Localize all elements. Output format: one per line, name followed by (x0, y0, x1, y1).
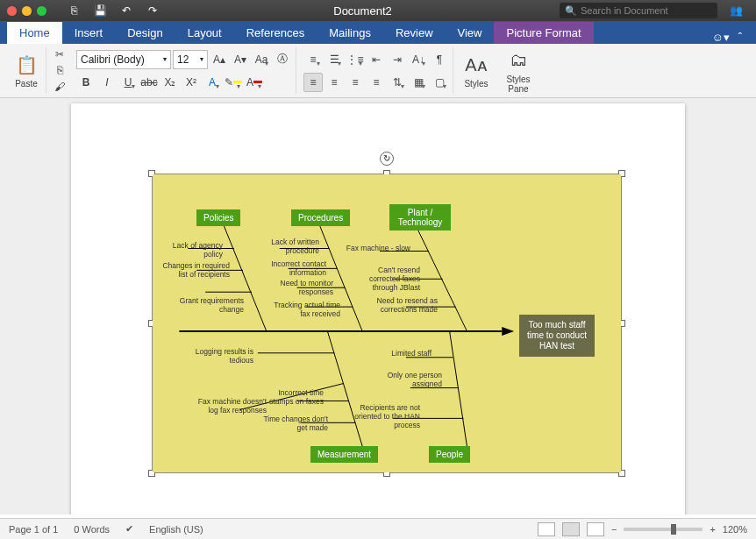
minimize-icon[interactable] (22, 6, 32, 16)
multilevel-icon[interactable]: ⋮≡ (346, 50, 365, 69)
zoom-in-icon[interactable]: + (710, 524, 715, 535)
numbering-icon[interactable]: ☰ (325, 50, 344, 69)
cause: Incorrect contact information (256, 260, 326, 278)
search-placeholder: Search in Document (581, 5, 668, 16)
ribbon-tabs: Home Insert Design Layout References Mai… (0, 21, 756, 44)
justify-icon[interactable]: ≡ (367, 73, 386, 92)
text-effects-icon[interactable]: A (203, 73, 222, 92)
cause: Lack of agency policy (153, 242, 223, 259)
underline-button[interactable]: U (118, 73, 138, 92)
superscript-button[interactable]: X² (182, 73, 201, 92)
undo-icon[interactable]: ↶ (118, 3, 134, 18)
tab-insert[interactable]: Insert (62, 22, 116, 44)
print-layout-icon[interactable] (562, 522, 580, 536)
selected-picture[interactable]: ↻ (152, 174, 622, 473)
category-measurement: Measurement (310, 446, 378, 463)
redo-icon[interactable]: ↷ (145, 3, 160, 18)
cause: Logging results is tedious (183, 348, 253, 365)
align-center-icon[interactable]: ≡ (325, 73, 344, 92)
focus-view-icon[interactable] (538, 522, 555, 536)
category-procedures: Procedures (291, 209, 350, 226)
zoom-out-icon[interactable]: − (611, 524, 617, 535)
show-marks-icon[interactable]: ¶ (430, 50, 449, 69)
cause: Tracking actual time fax received (270, 301, 340, 319)
tab-view[interactable]: View (446, 22, 495, 44)
close-icon[interactable] (7, 6, 17, 16)
paste-label: Paste (15, 79, 38, 89)
tab-design[interactable]: Design (115, 22, 175, 44)
cause: Can't resend corrected faxes through JBl… (350, 266, 420, 292)
share-icon[interactable]: 👥 (728, 3, 744, 18)
collapse-ribbon-icon[interactable]: ˆ (738, 31, 742, 44)
styles-pane-icon: 🗂 (506, 48, 531, 73)
smiley-icon[interactable]: ☺▾ (711, 31, 729, 44)
borders-icon[interactable]: ▢ (430, 73, 449, 92)
cause: Fax machine - slow (340, 245, 410, 253)
spellcheck-icon[interactable]: ✔ (125, 523, 133, 535)
cause: Changes in required list of recipients (160, 262, 230, 280)
cause: Grant requirements change (174, 297, 244, 315)
svg-marker-1 (502, 327, 514, 336)
maximize-icon[interactable] (37, 6, 46, 16)
font-size-select[interactable]: 12▾ (173, 50, 208, 69)
tab-review[interactable]: Review (383, 22, 446, 44)
language-indicator[interactable]: English (US) (149, 524, 203, 535)
cause: Only one person assigned (372, 372, 442, 389)
paste-button[interactable]: 📋 Paste (11, 53, 42, 89)
paragraph-group: ≡ ☰ ⋮≡ ⇤ ⇥ A↓ ¶ ≡ ≡ ≡ ≡ ⇅ ▦ ▢ (300, 47, 453, 94)
format-painter-icon[interactable]: 🖌 (50, 80, 69, 94)
bullets-icon[interactable]: ≡ (303, 50, 323, 69)
line-spacing-icon[interactable]: ⇅ (388, 73, 407, 92)
web-layout-icon[interactable] (587, 522, 604, 536)
grow-font-icon[interactable]: A▴ (210, 50, 229, 69)
page-indicator[interactable]: Page 1 of 1 (9, 524, 58, 535)
outdent-icon[interactable]: ⇤ (367, 50, 386, 69)
cause: Need to resend as corrections made (367, 297, 438, 315)
save-icon[interactable]: 💾 (92, 3, 108, 18)
styles-button[interactable]: Aᴀ Styles (460, 53, 492, 89)
align-left-icon[interactable]: ≡ (303, 73, 323, 92)
sort-icon[interactable]: A↓ (409, 50, 428, 69)
clear-format-icon[interactable]: Ⓐ (273, 50, 292, 69)
zoom-level[interactable]: 120% (723, 524, 747, 535)
page: ↻ (71, 103, 685, 514)
copy-icon[interactable]: ⎘ (50, 63, 69, 77)
cause: Limited staff (361, 350, 431, 358)
window-controls (7, 6, 46, 16)
tab-layout[interactable]: Layout (175, 22, 234, 44)
styles-pane-button[interactable]: 🗂 Styles Pane (503, 48, 534, 94)
document-canvas[interactable]: ↻ (0, 98, 756, 514)
styles-label: Styles (464, 79, 488, 89)
category-plant: Plant / Technology (389, 204, 451, 230)
font-name-select[interactable]: Calibri (Body)▾ (76, 50, 171, 69)
align-right-icon[interactable]: ≡ (346, 73, 365, 92)
cause: Lack of written procedure (249, 238, 319, 256)
shading-icon[interactable]: ▦ (409, 73, 428, 92)
search-input[interactable]: 🔍 Search in Document (560, 3, 717, 18)
word-count[interactable]: 0 Words (74, 524, 110, 535)
subscript-button[interactable]: X₂ (160, 73, 180, 92)
svg-line-6 (450, 331, 467, 446)
rotation-handle[interactable]: ↻ (380, 152, 394, 166)
tab-references[interactable]: References (234, 22, 317, 44)
cause: Time changes don't get made (258, 415, 328, 433)
font-color-icon[interactable]: A (245, 73, 264, 92)
styles-pane-label: Styles Pane (503, 74, 534, 94)
statusbar: Page 1 of 1 0 Words ✔ English (US) − + 1… (0, 518, 756, 539)
italic-button[interactable]: I (97, 73, 117, 92)
category-policies: Policies (196, 209, 240, 226)
cut-icon[interactable]: ✂ (50, 47, 69, 61)
styles-pane-group: 🗂 Styles Pane (499, 47, 538, 94)
strike-button[interactable]: abc (139, 73, 159, 92)
highlight-icon[interactable]: ✎ (224, 73, 243, 92)
autosave-icon[interactable]: ⎘ (66, 3, 82, 18)
tab-home[interactable]: Home (7, 22, 62, 44)
tab-picture-format[interactable]: Picture Format (494, 22, 593, 44)
zoom-slider[interactable] (624, 528, 703, 531)
change-case-icon[interactable]: Aa (252, 50, 271, 69)
indent-icon[interactable]: ⇥ (388, 50, 407, 69)
paste-icon: 📋 (14, 53, 39, 77)
shrink-font-icon[interactable]: A▾ (231, 50, 250, 69)
bold-button[interactable]: B (76, 73, 96, 92)
tab-mailings[interactable]: Mailings (317, 22, 383, 44)
